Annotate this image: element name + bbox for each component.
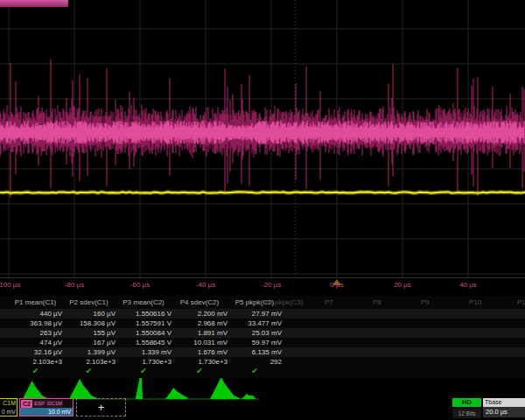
channel-c1-descriptor[interactable]: C1M 0 mV — [0, 398, 18, 416]
measure-histicon — [136, 376, 148, 399]
measure-value-cell: 1.557591 V — [116, 319, 172, 327]
measure-value-cell: 6.135 mV — [228, 348, 282, 356]
measure-value-cell: 440 µV — [9, 310, 62, 318]
measure-value-cell: 155 µV — [62, 329, 116, 337]
c2-channel-badge: C2 — [21, 400, 32, 408]
measure-histicon — [242, 394, 256, 399]
measure-value-cell: 167 µV — [62, 339, 116, 346]
measure-value-cell: 25.03 mV — [228, 329, 282, 337]
measure-column-header-unused[interactable]: P8 — [373, 298, 382, 306]
measure-value-cell: 32.16 µV — [9, 348, 62, 356]
measure-histicon — [69, 379, 97, 399]
timebase-value: 20.0 µs — [483, 407, 525, 417]
timebase-label: Tbase — [483, 398, 525, 407]
channel-c2-descriptor[interactable]: C2 ESP DC1M 10.0 mV — [19, 398, 74, 416]
c1-flat-trace — [0, 192, 525, 192]
measure-value-cell: 27.97 mV — [228, 310, 282, 318]
measure-value-cell: 2.103e+3 — [9, 358, 62, 366]
measure-value-cell: 2.968 mV — [172, 319, 228, 327]
measure-column-header[interactable]: P3 mean(C2) — [122, 298, 164, 306]
measure-histicon — [165, 388, 188, 399]
measure-value-cell: 1.339 mV — [116, 348, 172, 356]
measure-value-cell: 59.97 mV — [228, 339, 282, 346]
plus-icon: + — [98, 401, 105, 414]
measure-value-cell: 10.031 mV — [172, 339, 228, 346]
c2-noise-trace-core — [0, 121, 524, 144]
measure-status-check-icon: ✔ — [140, 367, 147, 375]
c2-coupling-badge: DC1M — [46, 400, 63, 407]
hd-mode-badge: HD — [452, 398, 481, 407]
time-tick-label: 40 µs — [459, 281, 477, 289]
measure-column-header-unused[interactable]: P6 pkpk(C3) — [264, 298, 303, 306]
trigger-position-marker[interactable] — [332, 279, 341, 285]
measure-value-cell: 263 µV — [9, 329, 62, 337]
time-tick-label: -80 µs — [65, 281, 84, 289]
cropped-magenta-banner — [0, 0, 68, 7]
measure-value-cell: 33.477 mV — [228, 319, 282, 327]
measure-value-cell: 1.558645 V — [116, 339, 172, 346]
measure-value-cell: 2.200 mV — [172, 310, 228, 318]
measure-value-cell: 1.550616 V — [116, 310, 172, 318]
measure-value-cell: 2.103e+3 — [62, 358, 116, 366]
add-trace-button[interactable]: + — [76, 398, 126, 416]
time-tick-label: -20 µs — [262, 281, 281, 289]
measure-status-check-icon: ✔ — [196, 367, 203, 375]
c1-coupling-label: C1M — [0, 399, 17, 408]
measure-status-check-icon: ✔ — [251, 367, 258, 375]
time-tick-label: -60 µs — [130, 281, 150, 289]
measure-value-cell: 474 µV — [9, 339, 62, 346]
measure-value-cell: 292 — [228, 358, 282, 366]
measure-value-cell: 1.730e+3 — [116, 358, 172, 366]
measure-value-cell: 158.308 µV — [62, 319, 116, 327]
measure-value-cell: 160 µV — [62, 310, 116, 318]
c1-volts-per-div: 0 mV — [0, 408, 17, 416]
time-tick-label: -40 µs — [196, 281, 215, 289]
timebase-descriptor[interactable]: Tbase 20.0 µs — [483, 398, 525, 417]
measure-value-cell: 1.676 mV — [172, 348, 228, 356]
measure-column-header-unused[interactable]: P10 — [469, 298, 481, 306]
measure-value-cell: 1.399 µV — [62, 348, 116, 356]
time-tick-label: -100 µs — [0, 281, 20, 289]
measure-column-header-unused[interactable]: P9 — [421, 298, 430, 306]
measure-histicon — [210, 377, 240, 399]
measure-status-check-icon: ✔ — [86, 367, 93, 375]
measure-column-header[interactable]: P4 sdev(C2) — [180, 298, 219, 306]
measure-value-cell: 1.891 mV — [172, 329, 228, 337]
c2-esp-badge: ESP — [33, 400, 46, 407]
measure-histicon — [23, 381, 47, 399]
measure-column-header-unused[interactable]: P11 — [517, 298, 525, 306]
measure-value-cell: 363.98 µV — [9, 319, 62, 327]
time-tick-label: 20 µs — [394, 281, 411, 289]
bit-resolution-label: 12 Bits — [452, 409, 481, 418]
measure-column-header[interactable]: P2 sdev(C1) — [69, 298, 108, 306]
measure-value-cell: 1.730e+3 — [172, 358, 228, 366]
measure-status-check-icon: ✔ — [32, 367, 39, 375]
measure-value-cell: 1.550084 V — [116, 329, 172, 337]
c2-volts-per-div: 10.0 mV — [20, 408, 73, 416]
oscilloscope-screen: -100 µs-80 µs-60 µs-40 µs-20 µs0 µs20 µs… — [0, 0, 525, 420]
measure-column-header[interactable]: P1 mean(C1) — [15, 298, 57, 306]
measurement-table: P1 mean(C1)P2 sdev(C1)P3 mean(C2)P4 sdev… — [0, 296, 525, 378]
measure-column-header-unused[interactable]: P7 — [325, 298, 333, 306]
